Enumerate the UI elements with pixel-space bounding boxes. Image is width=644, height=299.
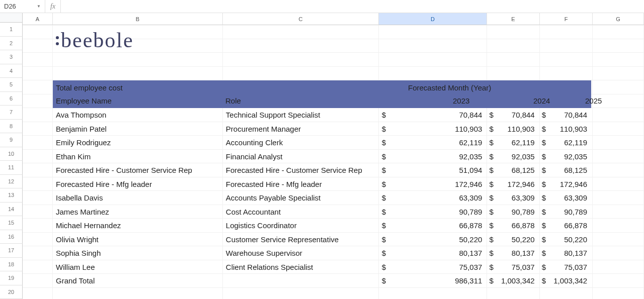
row-header-14[interactable]: 14	[0, 203, 23, 217]
cell-A3[interactable]	[23, 260, 53, 274]
cell-F9[interactable]	[540, 177, 593, 191]
cell-C1[interactable]	[223, 288, 379, 300]
cell-G15[interactable]	[593, 94, 644, 109]
cell-A13[interactable]	[23, 122, 53, 136]
row-header-15[interactable]: 15	[0, 216, 23, 230]
cell-B4[interactable]	[53, 246, 223, 260]
cell-A2[interactable]	[23, 274, 53, 288]
cell-C7[interactable]	[223, 205, 379, 219]
cell-E17[interactable]	[487, 67, 540, 81]
cell-D14[interactable]	[379, 108, 487, 122]
cell-F5[interactable]	[540, 233, 593, 247]
cell-A9[interactable]	[23, 177, 53, 191]
cell-D1[interactable]	[379, 288, 487, 300]
row-header-11[interactable]: 11	[0, 161, 23, 175]
cell-D20[interactable]	[379, 25, 487, 39]
cell-G19[interactable]	[593, 39, 644, 53]
row-header-13[interactable]: 13	[0, 188, 23, 203]
cell-D13[interactable]	[379, 122, 487, 136]
cell-E2[interactable]	[487, 274, 540, 288]
cell-F12[interactable]	[540, 136, 593, 150]
cell-B13[interactable]	[53, 122, 223, 136]
cell-D9[interactable]	[379, 177, 487, 191]
cell-A19[interactable]	[23, 39, 53, 53]
cell-B11[interactable]	[53, 150, 223, 164]
cell-A16[interactable]	[23, 80, 53, 94]
cell-B1[interactable]	[53, 288, 223, 300]
cell-A12[interactable]	[23, 136, 53, 150]
cell-E19[interactable]	[487, 39, 540, 53]
row-header-20[interactable]: 20	[0, 285, 23, 300]
cell-D15[interactable]	[379, 94, 487, 109]
cell-E12[interactable]	[487, 136, 540, 150]
col-header-F[interactable]: F	[540, 13, 593, 25]
cell-C6[interactable]	[223, 219, 379, 233]
cell-G4[interactable]	[593, 246, 644, 260]
cell-B8[interactable]	[53, 191, 223, 205]
row-header-2[interactable]: 2	[0, 37, 23, 51]
col-header-G[interactable]: G	[593, 13, 644, 25]
cell-C13[interactable]	[223, 122, 379, 136]
cell-G2[interactable]	[593, 274, 644, 288]
cell-A1[interactable]	[23, 288, 53, 300]
cell-E20[interactable]	[487, 25, 540, 39]
cell-F4[interactable]	[540, 246, 593, 260]
cell-E1[interactable]	[487, 288, 540, 300]
cell-E14[interactable]	[487, 108, 540, 122]
cell-F1[interactable]	[540, 288, 593, 300]
cell-A17[interactable]	[23, 67, 53, 81]
cell-E15[interactable]	[487, 94, 540, 109]
cell-D3[interactable]	[379, 260, 487, 274]
cell-D16[interactable]	[379, 80, 487, 94]
cell-F10[interactable]	[540, 163, 593, 177]
cell-D19[interactable]	[379, 39, 487, 53]
cell-E9[interactable]	[487, 177, 540, 191]
cell-C14[interactable]	[223, 108, 379, 122]
cell-E13[interactable]	[487, 122, 540, 136]
cell-E3[interactable]	[487, 260, 540, 274]
cell-F14[interactable]	[540, 108, 593, 122]
cell-G8[interactable]	[593, 191, 644, 205]
name-box-dropdown-icon[interactable]: ▼	[37, 4, 41, 9]
row-header-12[interactable]: 12	[0, 175, 23, 189]
col-header-C[interactable]: C	[223, 13, 379, 25]
cell-A20[interactable]	[23, 25, 53, 39]
row-header-17[interactable]: 17	[0, 244, 23, 258]
cell-D2[interactable]	[379, 274, 487, 288]
cell-E4[interactable]	[487, 246, 540, 260]
cell-A8[interactable]	[23, 191, 53, 205]
cell-A15[interactable]	[23, 94, 53, 109]
row-header-7[interactable]: 7	[0, 106, 23, 120]
cell-F13[interactable]	[540, 122, 593, 136]
row-header-9[interactable]: 9	[0, 133, 23, 147]
cell-A10[interactable]	[23, 163, 53, 177]
cell-C11[interactable]	[223, 150, 379, 164]
cell-A6[interactable]	[23, 219, 53, 233]
cell-A14[interactable]	[23, 108, 53, 122]
cell-C17[interactable]	[223, 67, 379, 81]
cell-C9[interactable]	[223, 177, 379, 191]
cell-C5[interactable]	[223, 233, 379, 247]
cell-G20[interactable]	[593, 25, 644, 39]
cell-A18[interactable]	[23, 53, 53, 67]
formula-input[interactable]	[61, 0, 644, 13]
cell-B14[interactable]	[53, 108, 223, 122]
cell-E10[interactable]	[487, 163, 540, 177]
cell-B7[interactable]	[53, 205, 223, 219]
cell-B19[interactable]	[53, 39, 223, 53]
cell-E7[interactable]	[487, 205, 540, 219]
col-header-B[interactable]: B	[53, 13, 223, 25]
cell-B17[interactable]	[53, 67, 223, 81]
cell-B16[interactable]	[53, 80, 223, 94]
cell-F3[interactable]	[540, 260, 593, 274]
cell-C20[interactable]	[223, 25, 379, 39]
cell-F19[interactable]	[540, 39, 593, 53]
cell-D10[interactable]	[379, 163, 487, 177]
cell-C3[interactable]	[223, 260, 379, 274]
cell-F18[interactable]	[540, 53, 593, 67]
col-header-A[interactable]: A	[23, 13, 53, 25]
cell-D18[interactable]	[379, 53, 487, 67]
cell-D6[interactable]	[379, 219, 487, 233]
cell-A7[interactable]	[23, 205, 53, 219]
row-header-5[interactable]: 5	[0, 78, 23, 92]
